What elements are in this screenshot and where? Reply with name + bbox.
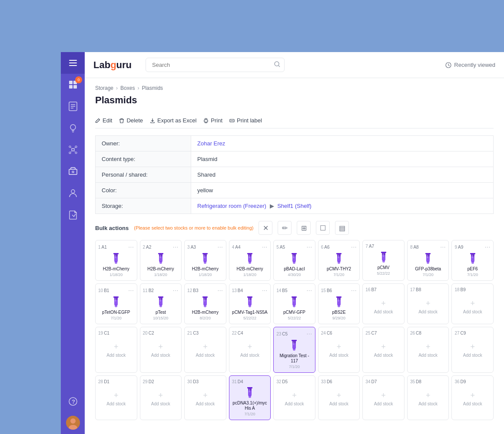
bulk-actions-label: Bulk actions <box>95 225 129 231</box>
stock-cell[interactable]: 3 A3 ··· H2B-mCherry 1/18/20 <box>184 240 226 281</box>
recently-viewed-button[interactable]: Recently viewed <box>445 62 495 68</box>
stock-cell[interactable]: 14 B5 ··· pCMV-GFP 5/22/22 <box>273 283 315 324</box>
stock-cell[interactable]: 11 B2 ··· pTest 10/15/20 <box>140 283 182 324</box>
help-button[interactable]: ? <box>61 391 85 412</box>
cell-menu-dots[interactable]: ··· <box>351 287 357 293</box>
cell-menu-dots[interactable]: ··· <box>307 287 312 293</box>
sidebar-item-ideas[interactable] <box>61 117 85 139</box>
stock-cell[interactable]: 28 D1 + Add stock <box>95 375 137 420</box>
stock-cell[interactable]: 36 D9 + Add stock <box>451 375 494 420</box>
stock-cell[interactable]: 7 A7 pCMV 5/22/22 <box>362 240 405 281</box>
add-stock-button[interactable]: + Add stock <box>151 337 170 358</box>
add-stock-button[interactable]: + Add stock <box>196 337 215 358</box>
stock-cell[interactable]: 5 A5 ··· pBAD-LacI 4/30/20 <box>273 240 315 281</box>
add-stock-button[interactable]: + Add stock <box>285 386 304 406</box>
add-stock-button[interactable]: + Add stock <box>374 294 393 314</box>
sidebar-item-storage[interactable] <box>61 161 85 182</box>
stock-cell[interactable]: 18 B9 + Add stock <box>451 283 494 324</box>
bulk-barcode-button[interactable]: ▤ <box>335 221 349 235</box>
stock-cell[interactable]: 35 D8 + Add stock <box>407 375 449 420</box>
stock-cell[interactable]: 22 C4 + Add stock <box>229 327 271 373</box>
stock-cell[interactable]: 12 B3 ··· H2B-mCherry 8/2/20 <box>184 283 226 324</box>
export-button[interactable]: Export as Excel <box>150 117 196 124</box>
sidebar-item-people[interactable] <box>61 182 85 204</box>
add-stock-button[interactable]: + Add stock <box>463 386 482 406</box>
sidebar-item-dashboard[interactable]: 0 <box>61 74 85 95</box>
cell-menu-dots[interactable]: ··· <box>307 331 312 337</box>
stock-cell[interactable]: 9 A9 ··· pEF6 7/1/20 <box>451 240 494 281</box>
add-stock-button[interactable]: + Add stock <box>374 386 393 406</box>
stock-cell[interactable]: 6 A6 ··· pCMV-THY2 7/1/20 <box>318 240 360 281</box>
add-stock-button[interactable]: + Add stock <box>418 386 438 406</box>
cell-menu-dots[interactable]: ··· <box>440 244 446 250</box>
add-stock-button[interactable]: + Add stock <box>418 294 438 314</box>
print-label-button[interactable]: Print label <box>229 117 262 124</box>
stock-cell[interactable]: 19 C1 + Add stock <box>95 327 137 373</box>
sidebar-item-protocols[interactable] <box>61 204 85 226</box>
cell-menu-dots[interactable]: ··· <box>218 287 223 293</box>
stock-cell[interactable]: 13 B4 ··· pCMV-Tag1-NS5A 5/22/22 <box>229 283 271 324</box>
user-avatar[interactable] <box>66 416 80 430</box>
cell-menu-dots[interactable]: ··· <box>173 287 179 293</box>
stock-cell[interactable]: 4 A4 ··· H2B-mCherry 1/18/20 <box>229 240 271 281</box>
cell-menu-dots[interactable]: ··· <box>218 244 223 250</box>
add-stock-button[interactable]: + Add stock <box>329 386 348 406</box>
stock-cell[interactable]: 23 C5 ··· Migration Test - 117 7/1/20 <box>273 327 315 373</box>
stock-cell[interactable]: 25 C7 + Add stock <box>362 327 405 373</box>
add-stock-button[interactable]: + Add stock <box>329 337 348 358</box>
cell-menu-dots[interactable]: ··· <box>173 244 179 250</box>
edit-button[interactable]: Edit <box>95 117 112 124</box>
cell-menu-dots[interactable]: ··· <box>129 244 134 250</box>
stock-cell[interactable]: 17 B8 + Add stock <box>407 283 449 324</box>
stock-cell[interactable]: 32 D5 + Add stock <box>273 375 315 420</box>
stock-cell[interactable]: 8 A8 ··· GFP-p38beta 7/1/20 <box>407 240 449 281</box>
stock-cell[interactable]: 33 D6 + Add stock <box>318 375 360 420</box>
hamburger-button[interactable] <box>61 52 85 74</box>
cell-menu-dots[interactable]: ··· <box>262 244 268 250</box>
cell-menu-dots[interactable]: ··· <box>262 287 268 293</box>
add-stock-button[interactable]: + Add stock <box>106 337 126 358</box>
bulk-edit-button[interactable]: ✏ <box>278 221 292 235</box>
stock-cell[interactable]: 1 A1 ··· H2B-mCherry 1/18/20 <box>95 240 137 281</box>
storage-link-freezer[interactable]: Refrigerator room (Freezer) <box>197 203 266 209</box>
stock-cell[interactable]: 29 D2 + Add stock <box>140 375 182 420</box>
stock-cell[interactable]: 26 C8 + Add stock <box>407 327 449 373</box>
add-stock-button[interactable]: + Add stock <box>463 337 482 358</box>
stock-cell[interactable]: 10 B1 ··· pTetON-EGFP 7/1/20 <box>95 283 137 324</box>
bulk-cancel-button[interactable]: ✕ <box>259 221 272 235</box>
add-stock-button[interactable]: + Add stock <box>151 386 170 406</box>
breadcrumb-plasmids[interactable]: Plasmids <box>142 85 163 91</box>
search-input[interactable] <box>146 58 285 72</box>
add-stock-button[interactable]: + Add stock <box>240 337 259 358</box>
cell-menu-dots[interactable]: ··· <box>307 244 312 250</box>
breadcrumb-boxes[interactable]: Boxes <box>120 85 135 91</box>
add-stock-button[interactable]: + Add stock <box>374 337 393 358</box>
delete-button[interactable]: Delete <box>119 117 143 124</box>
cell-menu-dots[interactable]: ··· <box>351 244 357 250</box>
bulk-move-button[interactable]: ⊞ <box>297 221 311 235</box>
storage-link-shelf[interactable]: Shelf1 (Shelf) <box>277 203 312 209</box>
bulk-select-button[interactable]: ☐ <box>316 221 330 235</box>
add-stock-button[interactable]: + Add stock <box>106 386 126 406</box>
print-button[interactable]: Print <box>203 117 222 124</box>
sidebar-item-molecules[interactable] <box>61 139 85 161</box>
breadcrumb-storage[interactable]: Storage <box>95 85 113 91</box>
stock-cell[interactable]: 2 A2 ··· H2B-mCherry 1/18/20 <box>140 240 182 281</box>
stock-cell[interactable]: 21 C3 + Add stock <box>184 327 226 373</box>
tube-icon <box>423 253 433 266</box>
cell-menu-dots[interactable]: ··· <box>129 287 134 293</box>
stock-cell[interactable]: 15 B6 ··· pBS2E 9/29/20 <box>318 283 360 324</box>
stock-cell[interactable]: 30 D3 + Add stock <box>184 375 226 420</box>
owner-value[interactable]: Zohar Erez <box>197 140 225 147</box>
stock-cell[interactable]: 27 C9 + Add stock <box>451 327 494 373</box>
add-stock-button[interactable]: + Add stock <box>418 337 438 358</box>
sidebar-item-experiments[interactable] <box>61 95 85 117</box>
stock-cell[interactable]: 20 C2 + Add stock <box>140 327 182 373</box>
stock-cell[interactable]: 24 C6 + Add stock <box>318 327 360 373</box>
stock-cell[interactable]: 31 D4 pcDNA3.1(+)/myc His A 7/1/20 <box>229 375 271 420</box>
stock-cell[interactable]: 16 B7 + Add stock <box>362 283 405 324</box>
add-stock-button[interactable]: + Add stock <box>196 386 215 406</box>
cell-menu-dots[interactable]: ··· <box>485 244 491 250</box>
stock-cell[interactable]: 34 D7 + Add stock <box>362 375 405 420</box>
add-stock-button[interactable]: + Add stock <box>463 294 482 314</box>
